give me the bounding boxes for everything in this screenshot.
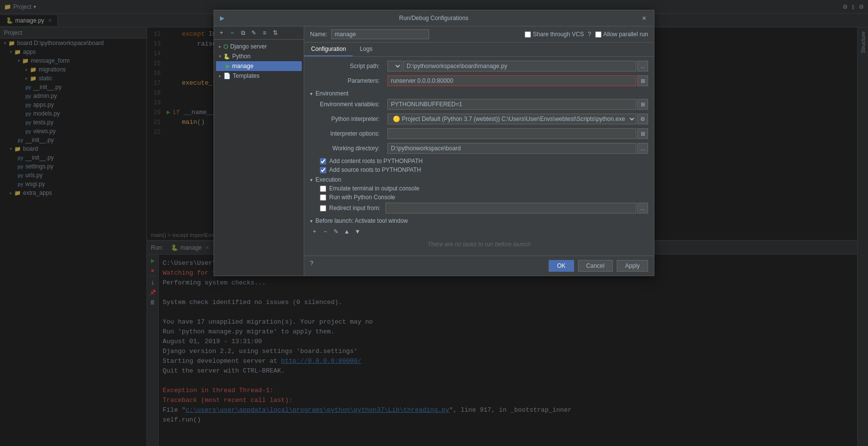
config-python[interactable]: ▾ 🐍 Python [216, 51, 302, 61]
working-directory-browse-button[interactable]: ... [637, 143, 648, 154]
remove-config-button[interactable]: − [228, 28, 237, 37]
config-form: Script path: ▾ ... Parameters: [304, 57, 654, 256]
section-chevron-icon: ▾ [310, 91, 313, 96]
dialog-right-panel: Name: Share through VCS ? Allow parallel… [304, 26, 654, 276]
env-vars-input[interactable] [387, 99, 636, 110]
redirect-input-browse-button[interactable]: ... [637, 203, 648, 213]
add-content-roots-checkbox[interactable] [320, 158, 326, 164]
config-tree: ▸ ⬡ Django server ▾ 🐍 Python ▶ manage [214, 40, 304, 276]
before-launch-label: Before launch: Activate tool window [315, 217, 408, 224]
before-launch-remove-button[interactable]: − [321, 227, 330, 236]
script-path-dropdown[interactable]: ▾ [387, 61, 402, 71]
execution-section-header[interactable]: ▾ Execution [310, 176, 648, 183]
config-django-server[interactable]: ▸ ⬡ Django server [216, 42, 302, 51]
parameters-label: Parameters: [310, 77, 384, 84]
redirect-input-label: Redirect input from: [329, 205, 381, 211]
chevron-icon: ▸ [219, 44, 221, 49]
parameters-expand-button[interactable]: ⊞ [637, 75, 648, 86]
env-vars-row: Environment variables: ⊞ [310, 99, 648, 110]
config-item-label: Templates [233, 72, 260, 79]
share-vcs-label[interactable]: Share through VCS [525, 31, 584, 38]
run-debug-dialog: ▶ Run/Debug Configurations × + − ⧉ ✎ ≡ ⇅ [214, 10, 654, 276]
interpreter-options-input[interactable] [387, 128, 636, 139]
configuration-tab[interactable]: Configuration [304, 43, 353, 56]
share-help-icon[interactable]: ? [588, 31, 591, 38]
chevron-icon: ▸ [219, 73, 221, 78]
move-config-button[interactable]: ≡ [260, 28, 269, 37]
dialog-title-text: Run/Debug Configurations [399, 15, 468, 22]
parameters-input[interactable] [387, 75, 636, 86]
config-item-label: Python [232, 53, 250, 60]
config-item-label: Django server [230, 43, 267, 50]
env-vars-browse-button[interactable]: ⊞ [637, 99, 648, 110]
working-directory-input[interactable] [387, 143, 636, 154]
script-path-input[interactable] [403, 61, 636, 71]
parameters-combo: ⊞ [387, 75, 648, 86]
config-tabs-row: Configuration Logs [304, 43, 654, 57]
run-python-console-label: Run with Python Console [329, 194, 395, 201]
script-path-combo: ▾ ... [387, 61, 648, 71]
dialog-close-button[interactable]: × [640, 14, 648, 22]
parameters-row: Parameters: ⊞ [310, 75, 648, 86]
add-content-roots-row: Add content roots to PYTHONPATH [310, 158, 648, 164]
apply-button[interactable]: Apply [617, 260, 648, 272]
interpreter-options-row: Interpreter options: ⊞ [310, 128, 648, 139]
before-launch-up-button[interactable]: ▲ [342, 227, 351, 236]
django-icon: ⬡ [223, 44, 228, 50]
redirect-input-row: Redirect input from: ... [310, 203, 648, 213]
add-config-button[interactable]: + [217, 28, 226, 37]
run-python-console-checkbox[interactable] [320, 194, 326, 201]
cancel-button[interactable]: Cancel [578, 260, 613, 272]
section-chevron-icon: ▾ [310, 218, 313, 224]
before-launch-edit-button[interactable]: ✎ [332, 227, 340, 236]
move-config-up-button[interactable]: ✎ [249, 28, 258, 37]
python-interpreter-settings-button[interactable]: ⚙ [637, 114, 648, 124]
working-directory-label: Working directory: [310, 145, 384, 152]
environment-section-header[interactable]: ▾ Environment [310, 90, 648, 97]
add-source-roots-label: Add source roots to PYTHONPATH [329, 166, 421, 173]
env-vars-combo: ⊞ [387, 99, 648, 110]
config-item-label: manage [232, 63, 253, 70]
working-directory-combo: ... [387, 143, 648, 154]
redirect-input-field[interactable] [386, 203, 636, 213]
run-config-icon: ▶ [226, 63, 230, 70]
name-label: Name: [310, 31, 327, 38]
logs-tab[interactable]: Logs [353, 43, 379, 56]
sort-config-button[interactable]: ⇅ [271, 28, 280, 37]
before-launch-toolbar: + − ✎ ▲ ▼ [310, 226, 648, 237]
run-python-console-row: Run with Python Console [310, 194, 648, 201]
dialog-body: + − ⧉ ✎ ≡ ⇅ ▸ ⬡ Django server [214, 26, 654, 276]
share-options: Share through VCS ? Allow parallel run [525, 31, 648, 38]
share-vcs-checkbox[interactable] [525, 31, 531, 38]
config-templates[interactable]: ▸ 📄 Templates [216, 71, 302, 81]
redirect-input-checkbox[interactable] [320, 205, 326, 211]
python-interpreter-combo: 🟡 Project Default (Python 3.7 (webtest))… [387, 114, 648, 124]
interpreter-options-expand-button[interactable]: ⊞ [637, 128, 648, 139]
before-launch-add-button[interactable]: + [310, 227, 319, 236]
before-launch-section: ▾ Before launch: Activate tool window + … [310, 217, 648, 252]
ok-button[interactable]: OK [549, 260, 574, 272]
python-interpreter-select[interactable]: 🟡 Project Default (Python 3.7 (webtest))… [387, 114, 636, 124]
dialog-left-panel: + − ⧉ ✎ ≡ ⇅ ▸ ⬡ Django server [214, 26, 304, 276]
copy-config-button[interactable]: ⧉ [239, 28, 247, 37]
allow-parallel-checkbox[interactable] [595, 31, 602, 38]
script-path-label: Script path: [310, 63, 384, 70]
python-icon: 🐍 [223, 53, 230, 60]
before-launch-header[interactable]: ▾ Before launch: Activate tool window [310, 217, 648, 224]
script-path-browse-button[interactable]: ... [637, 61, 648, 71]
help-icon[interactable]: ? [310, 260, 313, 272]
before-launch-down-button[interactable]: ▼ [353, 227, 362, 236]
dialog-overlay: ▶ Run/Debug Configurations × + − ⧉ ✎ ≡ ⇅ [0, 0, 868, 446]
allow-parallel-label[interactable]: Allow parallel run [595, 31, 648, 38]
config-manage[interactable]: ▶ manage [216, 61, 302, 71]
section-chevron-icon: ▾ [310, 177, 313, 183]
dialog-title-bar: ▶ Run/Debug Configurations × [214, 10, 654, 26]
add-source-roots-checkbox[interactable] [320, 167, 326, 173]
name-input[interactable] [331, 29, 429, 39]
templates-icon: 📄 [223, 72, 231, 79]
redirect-input-inner: Redirect input from: ... [310, 203, 648, 213]
redirect-input-combo: ... [386, 203, 648, 213]
add-content-roots-label: Add content roots to PYTHONPATH [329, 158, 423, 164]
add-source-roots-row: Add source roots to PYTHONPATH [310, 166, 648, 173]
emulate-terminal-checkbox[interactable] [320, 186, 326, 192]
